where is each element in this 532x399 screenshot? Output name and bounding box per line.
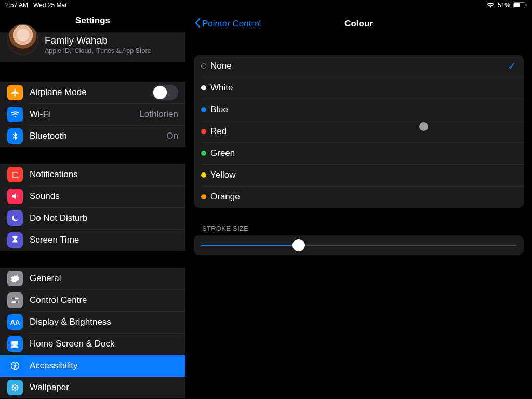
chevron-left-icon bbox=[194, 18, 201, 31]
sidebar-item-label: Sounds bbox=[30, 191, 178, 202]
colour-option-label: Yellow bbox=[210, 170, 516, 180]
bluetooth-value: On bbox=[166, 131, 178, 141]
stroke-size-slider[interactable] bbox=[201, 245, 516, 246]
aa-icon: AA bbox=[7, 314, 23, 330]
pointer-cursor-icon bbox=[419, 122, 428, 131]
account-name: Family Wahab bbox=[45, 35, 151, 46]
sidebar-item-screentime[interactable]: Screen Time bbox=[0, 229, 185, 251]
sidebar-item-dnd[interactable]: Do Not Disturb bbox=[0, 207, 185, 229]
swatch-red-icon bbox=[201, 129, 206, 134]
colour-option-label: Green bbox=[210, 148, 516, 158]
notifications-icon: ◻︎ bbox=[7, 167, 23, 182]
gear-icon bbox=[7, 271, 23, 286]
status-date: Wed 25 Mar bbox=[33, 2, 67, 9]
svg-point-5 bbox=[12, 297, 15, 300]
sidebar-item-label: General bbox=[30, 273, 178, 284]
sidebar-item-label: Do Not Disturb bbox=[30, 213, 178, 223]
colour-option-white[interactable]: White bbox=[194, 77, 524, 99]
wifi-value: Lothlorien bbox=[139, 109, 178, 119]
status-bar: 2:57 AM Wed 25 Mar 51% bbox=[0, 0, 532, 10]
colour-options-card: None ✓ White Blue Red Green bbox=[194, 55, 524, 208]
sidebar-item-label: Wi-Fi bbox=[30, 109, 139, 119]
sidebar-item-control-centre[interactable]: Control Centre bbox=[0, 289, 185, 311]
toggles-icon bbox=[7, 292, 23, 308]
grid-icon: ▦ bbox=[7, 336, 23, 352]
sidebar-item-label: Accessibility bbox=[30, 361, 178, 371]
avatar bbox=[7, 24, 38, 55]
swatch-none-icon bbox=[201, 63, 206, 69]
colour-option-label: White bbox=[210, 83, 516, 93]
swatch-yellow-icon bbox=[201, 172, 206, 178]
colour-option-label: Red bbox=[210, 126, 516, 137]
swatch-orange-icon bbox=[201, 194, 206, 200]
sidebar-item-label: Control Centre bbox=[30, 295, 178, 305]
account-sub: Apple ID, iCloud, iTunes & App Store bbox=[45, 47, 151, 55]
swatch-green-icon bbox=[201, 151, 206, 156]
svg-point-12 bbox=[11, 387, 13, 389]
hourglass-icon bbox=[7, 232, 23, 248]
colour-option-green[interactable]: Green bbox=[194, 142, 524, 164]
svg-point-15 bbox=[16, 385, 18, 387]
sidebar-item-label: Display & Brightness bbox=[30, 317, 178, 327]
battery-icon bbox=[513, 2, 527, 8]
colour-option-orange[interactable]: Orange bbox=[194, 186, 524, 208]
stroke-size-card bbox=[194, 235, 524, 255]
sidebar-item-general[interactable]: General bbox=[0, 268, 185, 289]
airplane-icon bbox=[7, 85, 23, 100]
svg-point-16 bbox=[12, 389, 14, 390]
airplane-toggle[interactable] bbox=[152, 85, 178, 100]
colour-option-blue[interactable]: Blue bbox=[194, 99, 524, 121]
colour-option-label: None bbox=[210, 61, 508, 71]
sidebar-item-home-dock[interactable]: ▦ Home Screen & Dock bbox=[0, 333, 185, 355]
svg-point-14 bbox=[12, 385, 14, 387]
wifi-icon bbox=[486, 2, 495, 8]
sidebar-item-display[interactable]: AA Display & Brightness bbox=[0, 311, 185, 333]
sidebar-item-wifi[interactable]: Wi-Fi Lothlorien bbox=[0, 103, 185, 125]
svg-point-8 bbox=[15, 363, 16, 365]
wifi-square-icon bbox=[7, 107, 23, 122]
svg-point-11 bbox=[15, 390, 16, 391]
svg-point-13 bbox=[17, 387, 19, 389]
checkmark-icon: ✓ bbox=[508, 60, 516, 72]
sidebar-item-airplane[interactable]: Airplane Mode bbox=[0, 82, 185, 103]
swatch-blue-icon bbox=[201, 107, 206, 112]
sounds-icon bbox=[7, 189, 23, 204]
svg-rect-2 bbox=[526, 4, 527, 7]
back-button[interactable]: Pointer Control bbox=[194, 18, 261, 31]
colour-option-label: Orange bbox=[210, 192, 516, 202]
slider-knob[interactable] bbox=[292, 239, 305, 251]
settings-app: 2:57 AM Wed 25 Mar 51% Settings Family W… bbox=[0, 0, 532, 399]
sidebar-item-label: Airplane Mode bbox=[30, 87, 152, 98]
back-label: Pointer Control bbox=[202, 19, 261, 29]
sidebar-item-accessibility[interactable]: Accessibility bbox=[0, 355, 185, 377]
flower-icon bbox=[7, 380, 23, 395]
sidebar-item-label: Home Screen & Dock bbox=[30, 339, 178, 349]
colour-option-red[interactable]: Red bbox=[194, 121, 524, 142]
colour-option-label: Blue bbox=[210, 104, 516, 115]
swatch-white-icon bbox=[201, 85, 206, 90]
moon-icon bbox=[7, 210, 23, 226]
bluetooth-icon bbox=[7, 128, 23, 144]
stroke-size-label: Stroke Size bbox=[202, 224, 524, 232]
detail-pane: Pointer Control Colour None ✓ White Blue bbox=[185, 10, 532, 399]
svg-point-6 bbox=[16, 301, 18, 304]
sidebar-item-label: Wallpaper bbox=[30, 382, 178, 393]
svg-point-17 bbox=[16, 389, 18, 390]
colour-option-none[interactable]: None ✓ bbox=[194, 55, 524, 77]
sidebar-item-label: Notifications bbox=[30, 169, 178, 180]
sidebar-account-row[interactable]: Family Wahab Apple ID, iCloud, iTunes & … bbox=[0, 32, 185, 62]
svg-rect-1 bbox=[514, 3, 520, 7]
sidebar-item-label: Screen Time bbox=[30, 235, 178, 245]
colour-option-yellow[interactable]: Yellow bbox=[194, 164, 524, 186]
settings-sidebar: Settings Family Wahab Apple ID, iCloud, … bbox=[0, 10, 185, 399]
sidebar-item-label: Bluetooth bbox=[30, 131, 166, 141]
sidebar-item-notifications[interactable]: ◻︎ Notifications bbox=[0, 164, 185, 185]
svg-point-9 bbox=[14, 387, 17, 389]
sidebar-item-wallpaper[interactable]: Wallpaper bbox=[0, 377, 185, 398]
slider-fill bbox=[201, 245, 299, 246]
nav-bar: Pointer Control Colour bbox=[194, 15, 524, 33]
sidebar-item-bluetooth[interactable]: Bluetooth On bbox=[0, 125, 185, 147]
sidebar-item-sounds[interactable]: Sounds bbox=[0, 185, 185, 207]
accessibility-icon bbox=[7, 358, 23, 374]
status-battery-text: 51% bbox=[498, 2, 510, 9]
